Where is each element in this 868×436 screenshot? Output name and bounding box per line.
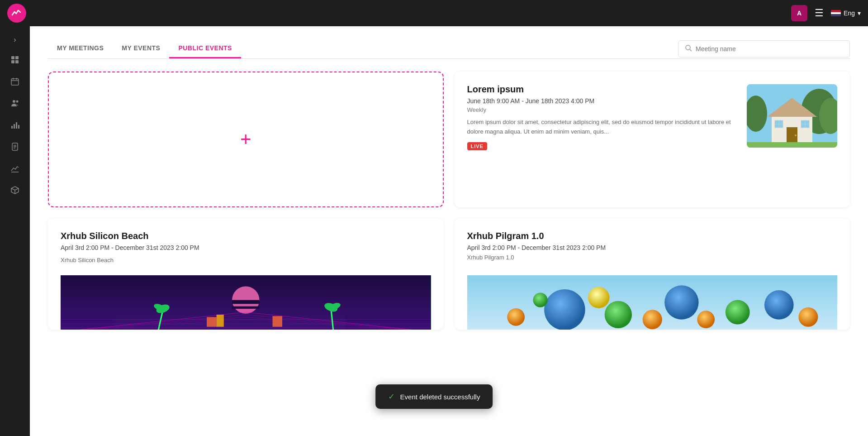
svg-rect-12 bbox=[16, 122, 17, 129]
cards-grid: + Lorem ipsum June 18th 9:00 AM - June 1… bbox=[48, 72, 850, 330]
sidebar-item-stats[interactable] bbox=[5, 158, 25, 178]
language-selector[interactable]: Eng ▾ bbox=[831, 10, 861, 17]
svg-point-8 bbox=[13, 100, 15, 103]
svg-point-63 bbox=[604, 301, 631, 328]
svg-point-69 bbox=[588, 287, 609, 308]
svg-point-68 bbox=[697, 311, 715, 328]
user-avatar-button[interactable]: A bbox=[791, 5, 807, 21]
top-navigation: A ☰ Eng ▾ bbox=[0, 0, 868, 26]
search-icon bbox=[685, 44, 692, 53]
tabs-bar: MY MEETINGS MY EVENTS PUBLIC EVENTS bbox=[48, 26, 850, 59]
svg-point-29 bbox=[795, 134, 797, 136]
topnav-left bbox=[7, 4, 26, 23]
vaporwave-image bbox=[61, 275, 431, 330]
sidebar-item-calendar[interactable] bbox=[5, 72, 25, 91]
sidebar-toggle-button[interactable]: › bbox=[5, 32, 25, 48]
tabs-container: MY MEETINGS MY EVENTS PUBLIC EVENTS bbox=[48, 39, 241, 58]
event-recurrence: Weekly bbox=[467, 106, 740, 113]
event-date: June 18th 9:00 AM - June 18th 2023 4:00 … bbox=[467, 97, 740, 105]
event-title: Xrhub Pilgram 1.0 bbox=[467, 231, 838, 241]
event-image bbox=[747, 84, 837, 148]
tab-public-events[interactable]: PUBLIC EVENTS bbox=[169, 39, 241, 58]
event-title: Xrhub Silicon Beach bbox=[61, 231, 431, 241]
svg-point-67 bbox=[642, 310, 662, 329]
svg-line-21 bbox=[690, 49, 692, 51]
event-date: April 3rd 2:00 PM - December 31st 2023 2… bbox=[61, 244, 431, 251]
main-content: MY MEETINGS MY EVENTS PUBLIC EVENTS + bbox=[30, 26, 868, 436]
svg-rect-58 bbox=[207, 317, 217, 327]
app-body: › bbox=[0, 26, 868, 436]
search-bar bbox=[678, 40, 850, 57]
svg-point-72 bbox=[507, 308, 525, 326]
event-card-content: Lorem ipsum June 18th 9:00 AM - June 18t… bbox=[467, 84, 838, 150]
event-card-pilgram[interactable]: Xrhub Pilgram 1.0 April 3rd 2:00 PM - De… bbox=[455, 218, 850, 330]
app-logo[interactable] bbox=[7, 4, 26, 23]
svg-rect-4 bbox=[11, 79, 19, 85]
svg-point-70 bbox=[533, 292, 547, 307]
event-image-pilgram bbox=[467, 275, 838, 330]
svg-rect-40 bbox=[232, 306, 259, 308]
svg-point-38 bbox=[232, 286, 259, 313]
tab-my-events[interactable]: MY EVENTS bbox=[113, 39, 169, 58]
svg-rect-2 bbox=[11, 60, 14, 63]
sidebar: › bbox=[0, 26, 30, 436]
event-date: April 3rd 2:00 PM - December 31st 2023 2… bbox=[467, 244, 838, 251]
svg-rect-1 bbox=[15, 56, 19, 59]
sidebar-item-documents[interactable] bbox=[5, 137, 25, 157]
event-card-lorem-ipsum[interactable]: Lorem ipsum June 18th 9:00 AM - June 18t… bbox=[455, 72, 850, 207]
svg-rect-36 bbox=[747, 142, 837, 148]
toast-check-icon: ✓ bbox=[388, 392, 395, 402]
search-input[interactable] bbox=[696, 45, 843, 53]
svg-point-65 bbox=[725, 300, 749, 324]
chevron-down-icon: ▾ bbox=[858, 10, 861, 17]
toast-message: Event deleted successfully bbox=[400, 393, 480, 401]
event-description: Xrhub Pilgram 1.0 bbox=[467, 253, 838, 263]
topnav-right: A ☰ Eng ▾ bbox=[791, 5, 861, 21]
svg-point-9 bbox=[16, 101, 19, 103]
event-title: Lorem ipsum bbox=[467, 84, 740, 95]
event-description: Xrhub Silicon Beach bbox=[61, 256, 431, 265]
svg-rect-11 bbox=[14, 124, 15, 129]
svg-point-20 bbox=[686, 45, 690, 50]
sidebar-item-people[interactable] bbox=[5, 93, 25, 113]
hamburger-menu-button[interactable]: ☰ bbox=[815, 8, 824, 18]
add-event-card[interactable]: + bbox=[48, 72, 444, 207]
svg-rect-60 bbox=[272, 316, 282, 327]
svg-rect-39 bbox=[232, 300, 259, 304]
event-card-text: Lorem ipsum June 18th 9:00 AM - June 18t… bbox=[467, 84, 740, 150]
svg-rect-13 bbox=[18, 125, 19, 129]
add-event-plus-icon: + bbox=[240, 130, 251, 149]
lang-label: Eng bbox=[844, 10, 855, 17]
sidebar-item-analytics[interactable] bbox=[5, 115, 25, 135]
event-card-text: Xrhub Pilgram 1.0 April 3rd 2:00 PM - De… bbox=[467, 231, 838, 265]
event-image-silicon-beach bbox=[61, 275, 431, 330]
svg-point-62 bbox=[544, 289, 585, 330]
event-card-silicon-beach[interactable]: Xrhub Silicon Beach April 3rd 2:00 PM - … bbox=[48, 218, 444, 330]
svg-point-71 bbox=[798, 307, 818, 327]
live-badge: LIVE bbox=[467, 142, 487, 150]
toast-notification: ✓ Event deleted successfully bbox=[375, 384, 493, 409]
event-card-text: Xrhub Silicon Beach April 3rd 2:00 PM - … bbox=[61, 231, 431, 265]
svg-rect-59 bbox=[217, 315, 224, 327]
svg-point-66 bbox=[764, 290, 793, 320]
tab-my-meetings[interactable]: MY MEETINGS bbox=[48, 39, 113, 58]
sidebar-item-dashboard[interactable] bbox=[5, 50, 25, 70]
event-description: Lorem ipsum dolor sit amet, consectetur … bbox=[467, 118, 740, 137]
sidebar-item-packages[interactable] bbox=[5, 180, 25, 200]
flag-icon bbox=[831, 10, 841, 16]
svg-rect-3 bbox=[15, 60, 19, 63]
svg-rect-0 bbox=[11, 56, 14, 59]
svg-rect-10 bbox=[11, 126, 13, 129]
svg-point-64 bbox=[664, 285, 698, 319]
